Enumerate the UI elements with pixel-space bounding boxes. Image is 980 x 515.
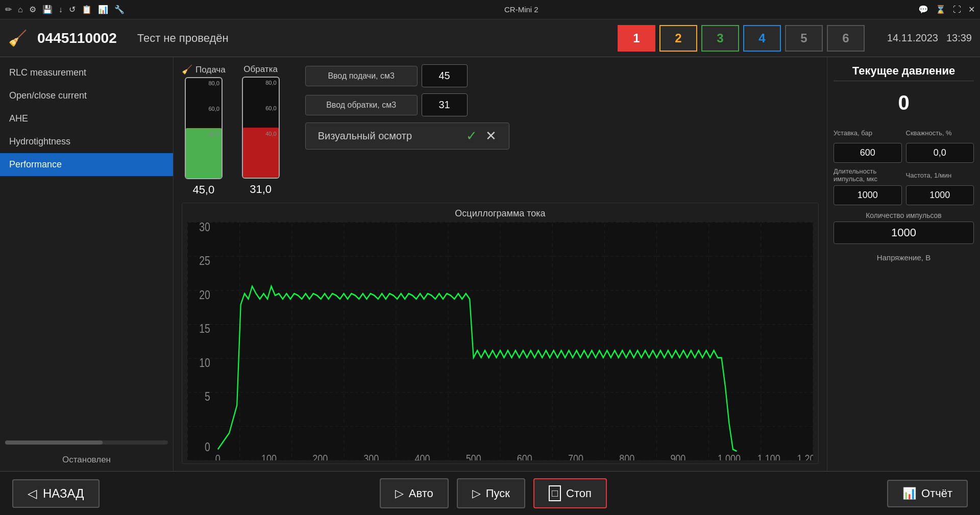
- bottom-bar: ◁ НАЗАД ▷ Авто ▷ Пуск □ Стоп 📊 Отчёт: [0, 471, 980, 515]
- fullscreen-icon[interactable]: ⛶: [953, 5, 961, 14]
- supply-input-value[interactable]: 45: [422, 64, 468, 87]
- visual-close-icon[interactable]: ✕: [485, 128, 497, 144]
- supply-input-row: Ввод подачи, см3 45: [305, 64, 509, 87]
- auto-button[interactable]: ▷ Авто: [380, 478, 449, 508]
- sidebar-item-rlc[interactable]: RLC measurement: [0, 61, 173, 84]
- time-display: 13:39: [946, 32, 972, 44]
- sidebar-item-ahe[interactable]: AHE: [0, 107, 173, 130]
- param-chast-input[interactable]: 1000: [906, 185, 974, 205]
- chart-icon[interactable]: 📊: [98, 5, 108, 14]
- visual-check-icon[interactable]: ✓: [466, 128, 477, 144]
- right-panel: Текущее давление 0 Уставка, бар 600 Сква…: [827, 57, 980, 471]
- param-dlit-input[interactable]: 1000: [834, 185, 902, 205]
- svg-text:900: 900: [670, 452, 685, 460]
- visual-check-label: Визуальный осмотр: [318, 130, 458, 142]
- center-panel: 🧹 Подача 80,0 60,0 40,0 45,0: [174, 57, 827, 471]
- supply-input-label: Ввод подачи, см3: [305, 66, 418, 86]
- sidebar-scrollbar[interactable]: [5, 440, 168, 445]
- report-button[interactable]: 📊 Отчёт: [887, 480, 968, 507]
- oscillogram-chart: 30 25 20 15 10 5 0 0 100 200 300 400 500…: [187, 222, 813, 460]
- start-icon: ▷: [472, 487, 481, 500]
- app-title: CR-Mini 2: [504, 5, 538, 14]
- start-button[interactable]: ▷ Пуск: [457, 478, 525, 508]
- supply-fill: [186, 128, 222, 178]
- tab-5[interactable]: 5: [785, 25, 823, 52]
- param-skv-label: Скважность, %: [906, 125, 974, 141]
- svg-text:1 000: 1 000: [718, 452, 741, 460]
- current-pressure-value: 0: [834, 87, 974, 118]
- device-code: 0445110002: [37, 30, 117, 46]
- tab-4[interactable]: 4: [743, 25, 781, 52]
- return-scale-60: 60,0: [245, 105, 277, 111]
- hourglass-icon[interactable]: ⌛: [936, 5, 946, 14]
- param-volt-label: Напряжение, В: [834, 250, 974, 262]
- chat-icon[interactable]: 💬: [918, 5, 928, 14]
- tools-icon[interactable]: 🔧: [114, 5, 125, 14]
- svg-text:600: 600: [517, 452, 532, 460]
- close-icon[interactable]: ✕: [968, 5, 975, 14]
- top-bar-icons: ✏ ⌂ ⚙ 💾 ↓ ↺ 📋 📊 🔧: [5, 5, 125, 14]
- svg-text:1 100: 1 100: [757, 452, 780, 460]
- supply-scale-60: 60,0: [188, 106, 219, 112]
- bottom-center-buttons: ▷ Авто ▷ Пуск □ Стоп: [380, 478, 607, 508]
- sidebar-item-performance[interactable]: Performance: [0, 153, 173, 176]
- return-fill: [243, 128, 279, 178]
- sidebar-item-openclosecurrent[interactable]: Open/close current: [0, 84, 173, 107]
- tab-1[interactable]: 1: [618, 25, 655, 52]
- svg-text:1 200: 1 200: [797, 452, 813, 460]
- chart-body: 30 25 20 15 10 5 0 0 100 200 300 400 500…: [187, 222, 813, 460]
- edit-icon[interactable]: ✏: [5, 5, 12, 14]
- channel-tabs: 1 2 3 4 5 6: [618, 25, 865, 52]
- svg-text:400: 400: [415, 452, 430, 460]
- svg-text:15: 15: [199, 323, 210, 336]
- svg-text:200: 200: [312, 452, 328, 460]
- top-bar: ✏ ⌂ ⚙ 💾 ↓ ↺ 📋 📊 🔧 CR-Mini 2 💬 ⌛ ⛶ ✕: [0, 0, 980, 19]
- gauge-return: Обратка 80,0 60,0 40,0 31,0: [242, 64, 280, 197]
- svg-text:100: 100: [261, 452, 277, 460]
- supply-tube: 80,0 60,0 40,0: [185, 77, 223, 179]
- tab-2[interactable]: 2: [659, 25, 697, 52]
- sidebar: RLC measurement Open/close current AHE H…: [0, 57, 174, 471]
- param-chast-label: Частота, 1/мин: [906, 167, 974, 183]
- param-kol-label: Количество импульсов: [834, 211, 974, 219]
- svg-text:5: 5: [205, 390, 210, 404]
- return-input-row: Ввод обратки, см3 31: [305, 93, 509, 116]
- chart-section: Осциллограмма тока 30 25 20 15: [182, 203, 819, 464]
- gear-icon[interactable]: ⚙: [29, 5, 36, 14]
- auto-icon: ▷: [395, 487, 404, 500]
- stop-icon: □: [549, 485, 561, 501]
- tab-6[interactable]: 6: [827, 25, 865, 52]
- download-icon[interactable]: ↓: [59, 5, 63, 14]
- return-input-label: Ввод обратки, см3: [305, 95, 418, 115]
- param-skv-input[interactable]: 0,0: [906, 143, 974, 163]
- refresh-icon[interactable]: ↺: [69, 5, 76, 14]
- inputs-panel: Ввод подачи, см3 45 Ввод обратки, см3 31…: [305, 64, 509, 150]
- return-label: Обратка: [243, 64, 278, 75]
- supply-icon: 🧹: [182, 64, 192, 75]
- back-button[interactable]: ◁ НАЗАД: [12, 479, 100, 508]
- svg-text:300: 300: [363, 452, 379, 460]
- chart-title: Осциллограмма тока: [187, 208, 813, 219]
- test-status: Тест не проведён: [137, 32, 229, 45]
- supply-value: 45,0: [192, 183, 214, 197]
- save-icon[interactable]: 💾: [42, 5, 53, 14]
- document-icon[interactable]: 📋: [82, 5, 92, 14]
- param-kol: Количество импульсов 1000: [834, 211, 974, 244]
- svg-text:800: 800: [619, 452, 634, 460]
- return-tube: 80,0 60,0 40,0: [242, 77, 280, 179]
- report-icon: 📊: [902, 487, 916, 500]
- tab-3[interactable]: 3: [701, 25, 739, 52]
- return-input-value[interactable]: 31: [422, 93, 468, 116]
- param-ust-input[interactable]: 600: [834, 143, 902, 163]
- stop-button[interactable]: □ Стоп: [533, 478, 607, 508]
- svg-text:30: 30: [199, 222, 210, 234]
- back-label: НАЗАД: [43, 486, 84, 501]
- visual-check: Визуальный осмотр ✓ ✕: [305, 122, 509, 150]
- report-label: Отчёт: [921, 487, 952, 500]
- sidebar-item-hydrotightness[interactable]: Hydrotightness: [0, 130, 173, 153]
- param-ust-label: Уставка, бар: [834, 125, 902, 141]
- home-icon[interactable]: ⌂: [18, 5, 23, 14]
- param-kol-input[interactable]: 1000: [834, 222, 974, 244]
- svg-rect-1: [187, 222, 813, 460]
- gauge-group: 🧹 Подача 80,0 60,0 40,0 45,0: [182, 64, 280, 197]
